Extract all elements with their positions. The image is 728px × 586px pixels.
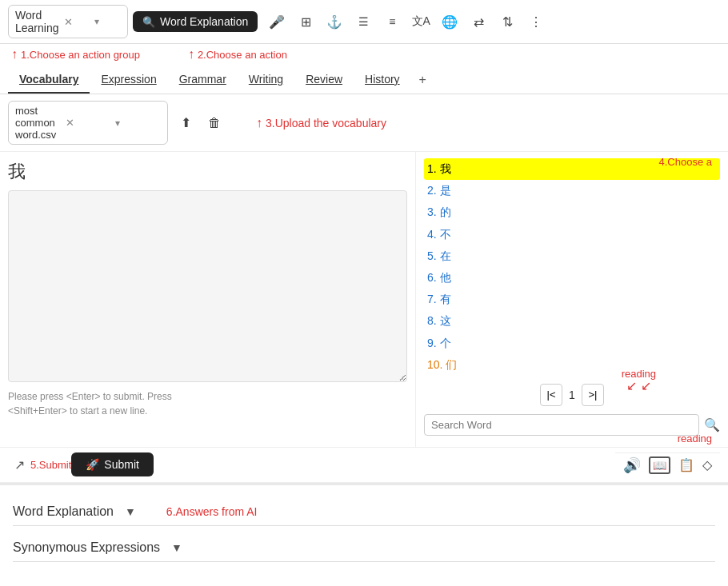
- toolbar-icons: 🎤 ⊞ ⚓ ☰ ≡ 文A 🌐 ⇄ ⇅ ⋮: [266, 10, 547, 33]
- synonymous-arrow-icon: ▼: [171, 541, 182, 554]
- current-word: 我: [8, 160, 407, 184]
- step1-label: ↑ 1.Choose an action group: [11, 47, 140, 62]
- arrow2-icon: ↑: [188, 47, 194, 62]
- bottom-section: Word Explanation ▼ 6.Answers from AI Syn…: [0, 483, 728, 570]
- word-item-1[interactable]: 1. 我: [424, 158, 720, 180]
- word-item-2[interactable]: 2. 是: [424, 180, 720, 201]
- word-item-4[interactable]: 4. 不: [424, 224, 720, 245]
- instructions-row: ↑ 1.Choose an action group ↑ 2.Choose an…: [0, 44, 728, 66]
- step6-label: 6.Answers from AI: [166, 505, 258, 518]
- tab-grammar[interactable]: Grammar: [168, 66, 238, 94]
- submit-button[interactable]: 🚀 Submit: [71, 452, 154, 476]
- word-list-container: 4.Choose a 1. 我 2. 是 3. 的 4. 不 5. 在 6. 他…: [424, 158, 720, 376]
- action-group-label: Word Learning: [15, 9, 59, 34]
- audio-controls: 🔊 📖 📋 ◇: [615, 452, 720, 477]
- reading-label: reading: [678, 433, 712, 444]
- action-label: Word Explanation: [160, 15, 248, 28]
- file-dropdown-icon[interactable]: ▾: [115, 118, 161, 129]
- word-item-5[interactable]: 5. 在: [424, 245, 720, 267]
- word-item-3[interactable]: 3. 的: [424, 201, 720, 223]
- word-item-8[interactable]: 8. 这: [424, 310, 720, 332]
- arrow3-icon: ↑: [256, 116, 262, 130]
- word-explanation-row[interactable]: Word Explanation ▼ 6.Answers from AI: [13, 493, 715, 526]
- file-selector[interactable]: most common word.csv ✕ ▾: [8, 101, 168, 145]
- search-submit-icon[interactable]: 🔍: [704, 417, 720, 433]
- translate-icon[interactable]: 文A: [410, 10, 432, 33]
- word-item-6[interactable]: 6. 他: [424, 267, 720, 289]
- word-list: 1. 我 2. 是 3. 的 4. 不 5. 在 6. 他 7. 有 8. 这 …: [424, 158, 720, 376]
- bookmark-icon[interactable]: 📖: [649, 456, 670, 474]
- speaker-icon[interactable]: 🔊: [623, 456, 641, 474]
- tab-writing[interactable]: Writing: [238, 66, 294, 94]
- word-item-9[interactable]: 9. 个: [424, 333, 720, 354]
- tab-review[interactable]: Review: [294, 66, 354, 94]
- action-group-selector[interactable]: Word Learning ✕ ▾: [8, 5, 128, 38]
- resize-handle-icon: ⌟: [399, 370, 404, 381]
- tabs: Vocabulary Expression Grammar Writing Re…: [0, 66, 728, 94]
- swap-icon[interactable]: ⇄: [467, 10, 490, 33]
- search-input[interactable]: [424, 414, 699, 436]
- synonymous-label: Synonymous Expressions: [13, 540, 160, 555]
- file-clear-icon[interactable]: ✕: [66, 117, 111, 129]
- word-item-10[interactable]: 10. 们: [424, 354, 720, 376]
- submit-row: ↗ 5.Submit 🚀 Submit 🔊 📖 📋 ◇: [0, 447, 728, 482]
- submit-label: Submit: [104, 458, 139, 471]
- page-number: 1: [569, 389, 575, 401]
- tab-add-button[interactable]: +: [411, 66, 434, 94]
- tab-vocabulary[interactable]: Vocabulary: [8, 66, 90, 94]
- filename-label: most common word.csv: [15, 105, 61, 141]
- export-icon[interactable]: ↗: [8, 453, 30, 476]
- word-input[interactable]: [8, 190, 407, 382]
- grid-icon[interactable]: ⊞: [294, 10, 317, 33]
- copy-icon[interactable]: 📋: [678, 457, 694, 472]
- word-explanation-arrow-icon: ▼: [125, 505, 136, 518]
- globe-icon[interactable]: 🌐: [438, 10, 461, 33]
- double-line-icon[interactable]: ≡: [381, 10, 403, 33]
- anchor-icon[interactable]: ⚓: [323, 10, 346, 33]
- main-area: 我 ⌟ Please press <Enter> to submit. Pres…: [0, 152, 728, 483]
- tab-history[interactable]: History: [354, 66, 411, 94]
- arrow1-icon: ↑: [11, 47, 18, 62]
- hint-text: Please press <Enter> to submit. Press<Sh…: [8, 389, 407, 418]
- single-line-icon[interactable]: ☰: [352, 10, 374, 33]
- upload-icon[interactable]: ⬆: [174, 112, 197, 134]
- step2-label: ↑ 2.Choose an action: [188, 47, 287, 62]
- submit-icon: 🚀: [86, 458, 99, 471]
- step3-label: ↑ 3.Upload the vocabulary: [256, 116, 386, 130]
- first-page-button[interactable]: |<: [540, 384, 562, 406]
- file-row: most common word.csv ✕ ▾ ⬆ 🗑 ↑ 3.Upload …: [0, 94, 728, 152]
- word-explanation-label: Word Explanation: [13, 504, 114, 519]
- clear-icon[interactable]: ✕: [64, 16, 90, 28]
- step5-label: 5.Submit: [30, 459, 71, 471]
- search-row: 🔍: [424, 414, 720, 436]
- more-icon[interactable]: ⋮: [525, 10, 547, 33]
- last-page-button[interactable]: >|: [582, 384, 604, 406]
- word-item-7[interactable]: 7. 有: [424, 289, 720, 310]
- input-area: ⌟: [8, 190, 407, 385]
- right-panel: 4.Choose a 1. 我 2. 是 3. 的 4. 不 5. 在 6. 他…: [416, 152, 728, 447]
- left-panel: 我 ⌟ Please press <Enter> to submit. Pres…: [0, 152, 416, 447]
- tab-expression[interactable]: Expression: [90, 66, 167, 94]
- toolbar: Word Learning ✕ ▾ 🔍 Word Explanation 🎤 ⊞…: [0, 0, 728, 44]
- delete-icon[interactable]: 🗑: [203, 112, 226, 134]
- action-selector[interactable]: 🔍 Word Explanation: [133, 11, 258, 32]
- diamond-icon[interactable]: ◇: [702, 457, 712, 472]
- pagination: |< 1 >|: [424, 384, 720, 406]
- synonymous-row[interactable]: Synonymous Expressions ▼: [13, 529, 715, 562]
- dropdown-arrow-icon[interactable]: ▾: [94, 16, 121, 27]
- sort-icon[interactable]: ⇅: [496, 10, 518, 33]
- mic-icon[interactable]: 🎤: [266, 10, 288, 33]
- action-search-icon: 🔍: [142, 16, 155, 28]
